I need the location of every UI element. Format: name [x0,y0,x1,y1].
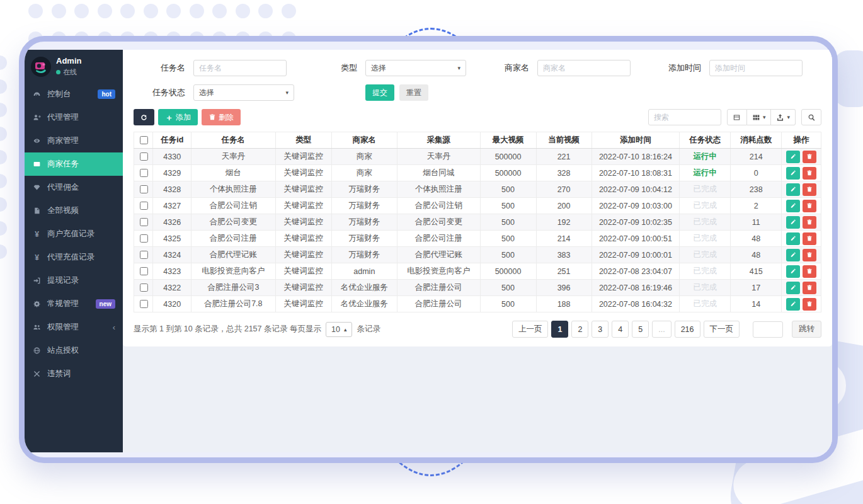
sidebar-item-label: 站点授权 [47,345,79,356]
cell-max: 500 [480,198,536,214]
reset-button[interactable]: 重置 [399,84,428,101]
page-size-dropdown[interactable]: 10 ▴ [326,322,352,337]
page-button-4[interactable]: 4 [612,321,629,338]
row-checkbox[interactable] [140,218,148,226]
cell-points: 11 [731,214,782,231]
decor-dot [258,4,273,18]
delete-row-button[interactable] [803,249,816,261]
toggle-view-button[interactable] [727,109,747,125]
cell-points: 48 [731,247,782,263]
table-row: 4329烟台关键词监控商家烟台同城5000003282022-07-10 18:… [134,165,821,181]
edit-row-button[interactable] [786,249,800,261]
sidebar-item-banned-words[interactable]: 违禁词 [25,362,123,386]
search-input[interactable] [648,109,721,125]
delete-row-button[interactable] [803,151,816,163]
edit-row-button[interactable] [786,232,800,245]
row-checkbox[interactable] [140,300,148,308]
prev-page-button[interactable]: 上一页 [512,321,549,338]
decor-dot [0,79,7,94]
type-select[interactable]: 选择 ▾ [365,60,466,76]
sidebar-item-merchant-task[interactable]: 商家任务 [25,152,123,176]
refresh-button[interactable] [134,109,154,125]
delete-button[interactable]: 删除 [202,109,241,125]
agent-manage-icon [32,113,42,122]
cell-name: 合肥公司变更 [191,214,276,231]
sidebar-item-videos[interactable]: 全部视频 [25,199,123,222]
delete-row-button[interactable] [803,265,816,278]
delete-row-button[interactable] [803,200,816,212]
add-button[interactable]: ＋ 添加 [158,109,198,125]
row-checkbox[interactable] [140,169,148,177]
delete-row-button[interactable] [803,282,816,294]
pencil-icon [790,169,796,176]
sidebar-item-yen[interactable]: ¥商户充值记录 [25,222,123,246]
page-size-value: 10 [331,325,340,334]
edit-row-button[interactable] [786,265,800,278]
page-button-2[interactable]: 2 [571,321,588,338]
yen-icon: ¥ [32,230,42,239]
task-name-input[interactable] [193,60,287,76]
task-name-label: 任务名 [134,62,185,74]
jump-button[interactable]: 跳转 [792,321,821,338]
table-row: 4330天率丹关键词监控商家天率丹5000002212022-07-10 18:… [134,149,821,165]
filter-actions: 提交 重置 [306,84,477,101]
page-button-216[interactable]: 216 [675,321,700,338]
row-checkbox[interactable] [140,284,148,292]
row-checkbox[interactable] [140,185,148,193]
cell-current: 192 [536,214,592,231]
page-button-1[interactable]: 1 [551,321,568,338]
caret-down-icon: ▾ [457,65,460,71]
new-badge: new [96,299,115,309]
row-checkbox[interactable] [140,267,148,275]
sidebar-item-withdraw[interactable]: 提现记录 [25,269,123,292]
row-checkbox[interactable] [140,152,148,161]
export-button[interactable]: ▾ [771,109,796,125]
sidebar-item-commission[interactable]: 代理佣金 [25,176,123,199]
edit-row-button[interactable] [786,183,800,196]
cell-source: 烟台同城 [397,165,480,181]
delete-row-button[interactable] [803,167,816,180]
select-all-checkbox[interactable] [140,136,148,144]
task-status-select[interactable]: 选择 ▾ [193,84,294,101]
edit-row-button[interactable] [786,282,800,294]
page-buttons: 上一页 12345...216 下一页 跳转 [512,321,821,338]
submit-button[interactable]: 提交 [365,84,394,101]
edit-row-button[interactable] [786,167,800,180]
delete-row-button[interactable] [803,183,816,196]
row-checkbox[interactable] [140,234,148,243]
decor-dot [166,4,181,18]
page-button-3[interactable]: 3 [592,321,609,338]
delete-row-button[interactable] [803,232,816,245]
row-checkbox[interactable] [140,202,148,210]
sidebar-item-dashboard[interactable]: 控制台hot [25,83,123,106]
delete-row-button[interactable] [803,216,816,229]
jump-page-input[interactable] [753,321,783,338]
cell-name: 合肥公司注册 [191,231,276,247]
merchant-input[interactable] [537,60,631,76]
edit-row-button[interactable] [786,216,800,229]
page-button-5[interactable]: 5 [632,321,649,338]
cell-points: 0 [731,165,782,181]
add-time-input[interactable] [709,60,803,76]
trash-icon [806,153,813,160]
main-card: Admin 在线 控制台hot代理管理商家管理商家任务代理佣金全部视频¥商户充值… [19,36,838,463]
row-checkbox[interactable] [140,251,148,259]
delete-row-button[interactable] [803,298,816,311]
next-page-button[interactable]: 下一页 [704,321,740,338]
edit-row-button[interactable] [786,200,800,212]
sidebar-item-agent-manage[interactable]: 代理管理 [25,106,123,129]
plus-icon: ＋ [165,113,173,122]
edit-row-button[interactable] [786,151,800,163]
cell-source: 合肥注册公司 [397,280,480,296]
columns-button[interactable]: ▾ [747,109,772,125]
sidebar-item-merchant-manage[interactable]: 商家管理 [25,129,123,152]
sidebar-item-label: 商户充值记录 [47,229,94,239]
sidebar-item-permissions[interactable]: 权限管理‹ [25,316,123,339]
trash-icon [806,186,813,193]
sidebar-item-site-auth[interactable]: 站点授权 [25,339,123,362]
edit-row-button[interactable] [786,298,800,311]
table-row: 4323电影投资意向客户关键词监控admin电影投资意向客户5000002512… [134,263,821,280]
sidebar-item-yen[interactable]: ¥代理充值记录 [25,246,123,269]
sidebar-item-settings[interactable]: 常规管理new [25,292,123,316]
search-button[interactable] [801,109,821,125]
